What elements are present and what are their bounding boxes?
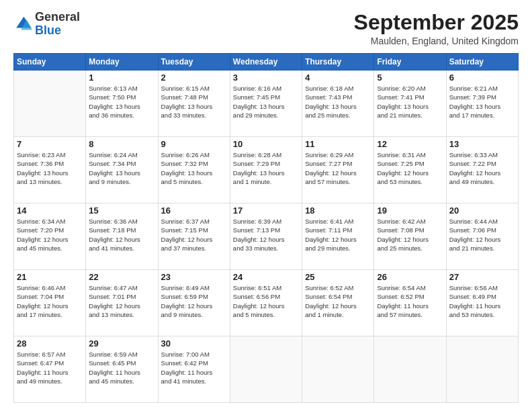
day-info-w0-d4: Sunrise: 6:18 AM Sunset: 7:43 PM Dayligh… [305,84,371,120]
day-info-w1-d1: Sunrise: 6:24 AM Sunset: 7:34 PM Dayligh… [89,150,154,186]
calendar-table: Sunday Monday Tuesday Wednesday Thursday… [13,53,519,403]
day-info-w1-d6: Sunrise: 6:33 AM Sunset: 7:22 PM Dayligh… [449,150,515,186]
day-info-w1-d5: Sunrise: 6:31 AM Sunset: 7:25 PM Dayligh… [377,150,443,186]
day-number-w0-d6: 6 [449,73,515,83]
day-info-w2-d5: Sunrise: 6:42 AM Sunset: 7:08 PM Dayligh… [377,217,443,253]
header-thursday: Thursday [302,54,374,71]
day-number-w1-d3: 10 [233,139,299,149]
cell-w4-d2: 30Sunrise: 7:00 AM Sunset: 6:42 PM Dayli… [158,336,230,403]
cell-w4-d5 [374,336,446,403]
day-number-w2-d5: 19 [377,205,443,216]
day-info-w0-d6: Sunrise: 6:21 AM Sunset: 7:39 PM Dayligh… [449,84,515,120]
day-info-w0-d2: Sunrise: 6:15 AM Sunset: 7:48 PM Dayligh… [161,84,227,120]
day-info-w0-d3: Sunrise: 6:16 AM Sunset: 7:45 PM Dayligh… [233,84,299,120]
day-number-w2-d4: 18 [305,205,371,216]
day-info-w1-d3: Sunrise: 6:28 AM Sunset: 7:29 PM Dayligh… [233,150,299,186]
weekday-header-row: Sunday Monday Tuesday Wednesday Thursday… [14,54,519,71]
day-number-w1-d5: 12 [377,139,443,149]
location: Maulden, England, United Kingdom [354,36,519,46]
header-friday: Friday [374,54,446,71]
day-info-w2-d6: Sunrise: 6:44 AM Sunset: 7:06 PM Dayligh… [449,217,515,253]
cell-w3-d0: 21Sunrise: 6:46 AM Sunset: 7:04 PM Dayli… [14,270,86,336]
cell-w0-d6: 6Sunrise: 6:21 AM Sunset: 7:39 PM Daylig… [446,71,518,137]
cell-w1-d5: 12Sunrise: 6:31 AM Sunset: 7:25 PM Dayli… [374,137,446,203]
day-number-w2-d0: 14 [17,205,83,216]
day-number-w0-d4: 4 [305,73,371,83]
cell-w1-d2: 9Sunrise: 6:26 AM Sunset: 7:32 PM Daylig… [158,137,230,203]
cell-w0-d4: 4Sunrise: 6:18 AM Sunset: 7:43 PM Daylig… [302,71,374,137]
title-block: September 2025 Maulden, England, United … [354,11,519,46]
cell-w1-d6: 13Sunrise: 6:33 AM Sunset: 7:22 PM Dayli… [446,137,518,203]
day-info-w0-d5: Sunrise: 6:20 AM Sunset: 7:41 PM Dayligh… [377,84,443,120]
day-number-w0-d2: 2 [161,73,227,83]
cell-w0-d0 [14,71,86,137]
day-number-w3-d0: 21 [17,272,83,282]
day-info-w1-d4: Sunrise: 6:29 AM Sunset: 7:27 PM Dayligh… [305,150,371,186]
day-info-w4-d2: Sunrise: 7:00 AM Sunset: 6:42 PM Dayligh… [161,350,227,385]
cell-w2-d3: 17Sunrise: 6:39 AM Sunset: 7:13 PM Dayli… [230,203,302,270]
day-info-w0-d1: Sunrise: 6:13 AM Sunset: 7:50 PM Dayligh… [89,84,154,120]
cell-w4-d6 [446,336,518,403]
week-row-2: 14Sunrise: 6:34 AM Sunset: 7:20 PM Dayli… [14,203,519,270]
day-number-w3-d4: 25 [305,272,371,282]
header-saturday: Saturday [446,54,518,71]
day-info-w3-d0: Sunrise: 6:46 AM Sunset: 7:04 PM Dayligh… [17,283,83,319]
day-info-w2-d3: Sunrise: 6:39 AM Sunset: 7:13 PM Dayligh… [233,217,299,253]
day-number-w4-d1: 29 [89,338,154,349]
day-info-w1-d2: Sunrise: 6:26 AM Sunset: 7:32 PM Dayligh… [161,150,227,186]
day-info-w1-d0: Sunrise: 6:23 AM Sunset: 7:36 PM Dayligh… [17,150,83,186]
day-info-w2-d2: Sunrise: 6:37 AM Sunset: 7:15 PM Dayligh… [161,217,227,253]
day-number-w2-d3: 17 [233,205,299,216]
cell-w3-d1: 22Sunrise: 6:47 AM Sunset: 7:01 PM Dayli… [86,270,158,336]
cell-w4-d4 [302,336,374,403]
cell-w4-d0: 28Sunrise: 6:57 AM Sunset: 6:47 PM Dayli… [14,336,86,403]
page: General Blue September 2025 Maulden, Eng… [0,0,532,411]
cell-w2-d4: 18Sunrise: 6:41 AM Sunset: 7:11 PM Dayli… [302,203,374,270]
day-number-w1-d2: 9 [161,139,227,149]
day-number-w1-d1: 8 [89,139,154,149]
day-info-w4-d0: Sunrise: 6:57 AM Sunset: 6:47 PM Dayligh… [17,350,83,385]
week-row-4: 28Sunrise: 6:57 AM Sunset: 6:47 PM Dayli… [14,336,519,403]
logo: General Blue [13,11,80,38]
day-info-w2-d4: Sunrise: 6:41 AM Sunset: 7:11 PM Dayligh… [305,217,371,253]
day-number-w4-d0: 28 [17,338,83,349]
header-tuesday: Tuesday [158,54,230,71]
header: General Blue September 2025 Maulden, Eng… [13,11,519,46]
cell-w3-d2: 23Sunrise: 6:49 AM Sunset: 6:59 PM Dayli… [158,270,230,336]
cell-w0-d2: 2Sunrise: 6:15 AM Sunset: 7:48 PM Daylig… [158,71,230,137]
month-title: September 2025 [354,11,519,34]
cell-w0-d1: 1Sunrise: 6:13 AM Sunset: 7:50 PM Daylig… [86,71,158,137]
cell-w4-d1: 29Sunrise: 6:59 AM Sunset: 6:45 PM Dayli… [86,336,158,403]
day-info-w3-d1: Sunrise: 6:47 AM Sunset: 7:01 PM Dayligh… [89,283,154,319]
day-number-w3-d2: 23 [161,272,227,282]
day-info-w2-d0: Sunrise: 6:34 AM Sunset: 7:20 PM Dayligh… [17,217,83,253]
day-info-w4-d1: Sunrise: 6:59 AM Sunset: 6:45 PM Dayligh… [89,350,154,385]
header-monday: Monday [86,54,158,71]
cell-w1-d0: 7Sunrise: 6:23 AM Sunset: 7:36 PM Daylig… [14,137,86,203]
cell-w2-d5: 19Sunrise: 6:42 AM Sunset: 7:08 PM Dayli… [374,203,446,270]
cell-w2-d1: 15Sunrise: 6:36 AM Sunset: 7:18 PM Dayli… [86,203,158,270]
day-number-w0-d1: 1 [89,73,154,83]
week-row-0: 1Sunrise: 6:13 AM Sunset: 7:50 PM Daylig… [14,71,519,137]
cell-w3-d6: 27Sunrise: 6:56 AM Sunset: 6:49 PM Dayli… [446,270,518,336]
day-number-w0-d3: 3 [233,73,299,83]
day-number-w2-d1: 15 [89,205,154,216]
day-info-w3-d5: Sunrise: 6:54 AM Sunset: 6:52 PM Dayligh… [377,283,443,319]
cell-w3-d5: 26Sunrise: 6:54 AM Sunset: 6:52 PM Dayli… [374,270,446,336]
day-info-w3-d4: Sunrise: 6:52 AM Sunset: 6:54 PM Dayligh… [305,283,371,319]
day-number-w0-d5: 5 [377,73,443,83]
day-info-w2-d1: Sunrise: 6:36 AM Sunset: 7:18 PM Dayligh… [89,217,154,253]
day-number-w1-d0: 7 [17,139,83,149]
day-info-w3-d2: Sunrise: 6:49 AM Sunset: 6:59 PM Dayligh… [161,283,227,319]
day-number-w2-d2: 16 [161,205,227,216]
logo-icon [13,15,32,34]
day-number-w3-d3: 24 [233,272,299,282]
cell-w1-d3: 10Sunrise: 6:28 AM Sunset: 7:29 PM Dayli… [230,137,302,203]
header-wednesday: Wednesday [230,54,302,71]
day-number-w2-d6: 20 [449,205,515,216]
day-number-w4-d2: 30 [161,338,227,349]
day-number-w1-d6: 13 [449,139,515,149]
cell-w3-d4: 25Sunrise: 6:52 AM Sunset: 6:54 PM Dayli… [302,270,374,336]
day-info-w3-d3: Sunrise: 6:51 AM Sunset: 6:56 PM Dayligh… [233,283,299,319]
cell-w0-d5: 5Sunrise: 6:20 AM Sunset: 7:41 PM Daylig… [374,71,446,137]
